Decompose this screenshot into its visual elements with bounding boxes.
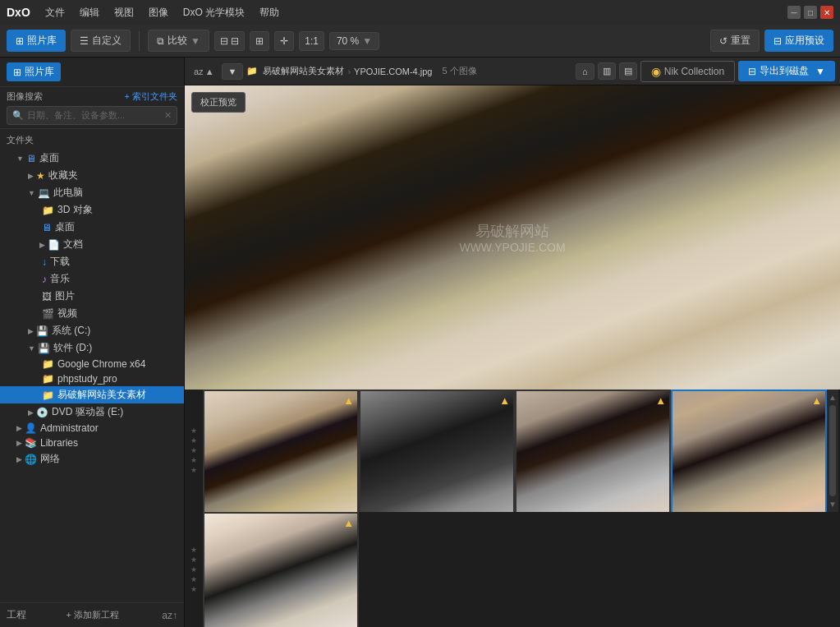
index-files-button[interactable]: + 索引文件夹: [125, 90, 177, 103]
tree-item-documents[interactable]: ▶ 📄 文档: [0, 236, 184, 253]
stars-column-1: ★ ★ ★ ★ ★: [185, 390, 203, 512]
compare-button[interactable]: ⧉ 比较 ▼: [148, 30, 209, 52]
tree-item-desktop[interactable]: ▼ 🖥 桌面: [0, 150, 184, 167]
view-icon: ▥: [603, 66, 611, 76]
thumb-warning-2: ▲: [499, 394, 510, 407]
tree-item-3d[interactable]: 📁 3D 对象: [0, 201, 184, 219]
sort-button[interactable]: az ▲: [190, 65, 218, 78]
favorites-icon: ★: [36, 170, 45, 182]
tree-item-yp-folder[interactable]: 📁 易破解网站美女素材: [0, 386, 184, 403]
titlebar-left: DxO 文件 编辑 视图 图像 DxO 光学模块 帮助: [7, 4, 286, 21]
preview-area: 校正预览 易破解网站 WWW.YPOJIE.COM: [185, 85, 840, 627]
tree-item-phpstudy[interactable]: 📁 phpstudy_pro: [0, 371, 184, 386]
tree-item-favorites[interactable]: ▶ ★ 收藏夹: [0, 167, 184, 184]
customize-icon: ☰: [80, 35, 89, 47]
search-icon: 🔍: [12, 110, 24, 121]
tree-item-this-pc[interactable]: ▼ 💻 此电脑: [0, 184, 184, 201]
tree-item-software-d[interactable]: ▼ 💾 软件 (D:): [0, 339, 184, 357]
crop-tool[interactable]: ✛: [274, 31, 294, 51]
library-grid-icon: ⊞: [16, 35, 24, 47]
tree-item-desktop-sub[interactable]: 🖥 桌面: [0, 219, 184, 236]
tree-item-libraries[interactable]: ▶ 📚 Libraries: [0, 436, 184, 450]
star-r2-2[interactable]: ★: [190, 556, 197, 564]
menu-file[interactable]: 文件: [39, 4, 71, 21]
search-clear-icon[interactable]: ✕: [164, 110, 172, 121]
star-r2-1[interactable]: ★: [190, 546, 197, 554]
star-r2-5[interactable]: ★: [190, 585, 197, 593]
star-r2-3[interactable]: ★: [190, 565, 197, 574]
thumbnail-1[interactable]: ▲ YPOJIE.COM-1.jpg: [203, 390, 359, 512]
thumbnail-2[interactable]: ▲ YPOJIE.COM-2.jpg: [359, 390, 515, 512]
reset-button[interactable]: ↺ 重置: [710, 30, 760, 52]
expand-arrow: ▼: [16, 154, 24, 163]
layout-toggle[interactable]: ⊟ ⊟: [214, 31, 245, 51]
window-controls: ─ □ ✕: [787, 6, 833, 19]
scroll-up-arrow[interactable]: ▲: [827, 391, 838, 403]
library-button[interactable]: ⊞ 照片库: [7, 30, 66, 52]
thumbnail-scrollbar[interactable]: ▲ ▼: [827, 390, 838, 512]
tree-item-videos[interactable]: 🎬 视频: [0, 305, 184, 322]
library-tab[interactable]: ⊞ 照片库: [7, 62, 61, 81]
menu-edit[interactable]: 编辑: [73, 4, 106, 21]
thumb-image-2: [360, 391, 513, 512]
thumbnail-row-1: ★ ★ ★ ★ ★ ▲ YPOJIE.COM-1.jpg: [185, 390, 840, 512]
menu-dxo-optics[interactable]: DxO 光学模块: [177, 4, 251, 21]
desktop-sub-icon: 🖥: [42, 222, 52, 233]
close-button[interactable]: ✕: [820, 6, 833, 19]
thumbnail-3[interactable]: ▲ YPOJIE.COM-3.jpg: [515, 390, 671, 512]
home-button[interactable]: ⌂: [576, 63, 594, 80]
sidebar: ⊞ 照片库 图像搜索 + 索引文件夹 🔍 日期、备注、设备参数... ✕ 文件夹: [0, 58, 185, 627]
thumbnail-4[interactable]: ▲ YPOJIE.COM-4.jpg: [671, 390, 827, 512]
filter-button[interactable]: ▼: [222, 63, 244, 80]
app-logo: DxO: [7, 6, 30, 19]
minimize-button[interactable]: ─: [787, 6, 801, 19]
tree-item-downloads[interactable]: ↓ 下载: [0, 253, 184, 270]
scroll-down-arrow[interactable]: ▼: [827, 498, 838, 510]
correct-preview-button[interactable]: 校正预览: [191, 92, 246, 113]
sort-projects-icon[interactable]: az↑: [162, 610, 177, 621]
tree-item-network[interactable]: ▶ 🌐 网络: [0, 450, 184, 468]
star-r2-4[interactable]: ★: [190, 575, 197, 583]
home-icon: ⌂: [582, 67, 588, 76]
scroll-track[interactable]: [829, 405, 836, 496]
add-project-button[interactable]: + 添加新工程: [66, 609, 118, 621]
sort-az-icon: az: [194, 67, 204, 76]
move-tool[interactable]: ⊞: [250, 31, 269, 51]
search-field[interactable]: 🔍 日期、备注、设备参数... ✕: [7, 106, 177, 125]
star-5[interactable]: ★: [190, 466, 197, 474]
expand-arrow: ▶: [16, 439, 22, 447]
tree-item-pictures[interactable]: 🖼 图片: [0, 288, 184, 305]
music-icon: ♪: [42, 274, 47, 285]
thumbnail-area: ★ ★ ★ ★ ★ ▲ YPOJIE.COM-1.jpg: [185, 390, 840, 627]
star-3[interactable]: ★: [190, 446, 197, 454]
zoom-display[interactable]: 70 % ▼: [329, 32, 379, 50]
nik-collection-button[interactable]: ◉ Nik Collection: [640, 61, 735, 82]
path-folder-name[interactable]: 易破解网站美女素材: [263, 65, 344, 77]
video-icon: 🎬: [42, 308, 54, 320]
content-area: ⊞ 照片库 图像搜索 + 索引文件夹 🔍 日期、备注、设备参数... ✕ 文件夹: [0, 58, 840, 627]
tree-item-administrator[interactable]: ▶ 👤 Administrator: [0, 421, 184, 436]
thumb-image-3: [516, 391, 669, 512]
expand-arrow: ▶: [28, 408, 34, 417]
zoom-1-1[interactable]: 1:1: [299, 31, 324, 51]
app-settings-button[interactable]: ⊟ 应用预设: [764, 30, 833, 52]
tree-item-dvd[interactable]: ▶ 💿 DVD 驱动器 (E:): [0, 403, 184, 421]
tree-item-music[interactable]: ♪ 音乐: [0, 270, 184, 288]
export-button[interactable]: ⊟ 导出到磁盘 ▼: [738, 61, 835, 81]
tree-item-system-c[interactable]: ▶ 💾 系统 (C:): [0, 322, 184, 339]
customize-button[interactable]: ☰ 自定义: [71, 30, 131, 52]
maximize-button[interactable]: □: [804, 6, 817, 19]
menu-image[interactable]: 图像: [142, 4, 175, 21]
thumbnail-5[interactable]: ▲ YPOJIE.COM-5.jpg: [203, 512, 359, 627]
menu-help[interactable]: 帮助: [253, 4, 286, 21]
menu-view[interactable]: 视图: [108, 4, 140, 21]
view-toggle-1[interactable]: ▥: [598, 62, 616, 80]
star-2[interactable]: ★: [190, 436, 197, 445]
star-group-2: ★ ★ ★ ★ ★: [190, 546, 197, 593]
star-1[interactable]: ★: [190, 426, 197, 435]
tree-item-chrome[interactable]: 📁 Google Chrome x64: [0, 357, 184, 371]
phpstudy-icon: 📁: [42, 373, 54, 385]
view-toggle-2[interactable]: ▤: [619, 62, 637, 80]
computer-icon: 💻: [38, 187, 50, 199]
star-4[interactable]: ★: [190, 456, 197, 464]
